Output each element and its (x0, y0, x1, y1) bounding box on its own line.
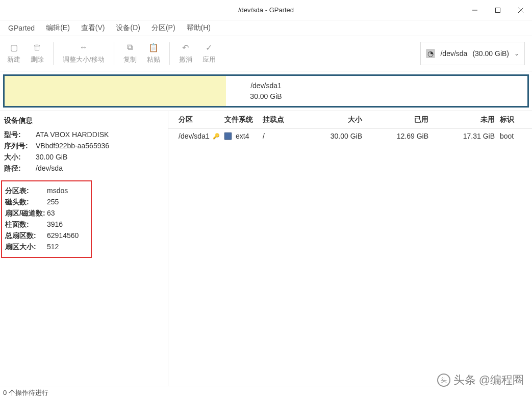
header-filesystem[interactable]: 文件系统 (224, 115, 263, 124)
menu-partition[interactable]: 分区(P) (146, 21, 181, 35)
path-value: /dev/sda (36, 164, 63, 173)
window-title: /dev/sda - GParted (238, 6, 294, 14)
partition-used-region (5, 76, 226, 106)
serial-value: VBbdf922bb-aa565936 (36, 142, 109, 151)
apply-icon: ✓ (206, 43, 212, 52)
toolbar-separator (53, 42, 54, 65)
partition-name: /dev/sda1 (179, 132, 210, 140)
new-button[interactable]: ▢ 新建 (2, 40, 26, 67)
pt-label: 分区表: (5, 187, 47, 196)
info-row-spt: 扇区/磁道数: 63 (2, 208, 89, 219)
main-area: 设备信息 型号: ATA VBOX HARDDISK 序列号: VBbdf922… (0, 111, 532, 386)
toolbar: ▢ 新建 🗑 删除 ↔ 调整大小/移动 ⧉ 复制 📋 粘贴 ↶ 撤消 ✓ (0, 36, 532, 71)
header-unused[interactable]: 未用 (439, 115, 500, 124)
new-label: 新建 (7, 55, 20, 64)
partition-viz-label: /dev/sda1 30.00 GiB (250, 81, 282, 102)
total-sectors-label: 总扇区数: (5, 231, 47, 241)
used-value: 12.69 GiB (372, 132, 439, 140)
total-sectors-value: 62914560 (47, 231, 79, 241)
partition-viz-name: /dev/sda1 (250, 81, 282, 91)
filesystem-value: ext4 (236, 132, 249, 140)
menu-help[interactable]: 帮助(H) (182, 21, 216, 35)
close-icon (518, 8, 523, 13)
sector-size-value: 512 (47, 243, 59, 252)
device-selector[interactable]: ◔ /dev/sda (30.00 GiB) ⌄ (420, 42, 525, 65)
heads-value: 255 (47, 198, 59, 207)
unused-value: 17.31 GiB (439, 132, 500, 140)
paste-label: 粘贴 (147, 55, 160, 64)
delete-icon: 🗑 (33, 43, 41, 52)
size-label: 大小: (4, 153, 36, 162)
menu-edit[interactable]: 编辑(E) (41, 21, 75, 35)
toolbar-separator (114, 42, 114, 65)
disk-icon: ◔ (426, 49, 435, 58)
titlebar: /dev/sda - GParted (0, 0, 532, 20)
delete-label: 删除 (31, 55, 44, 64)
info-row-pt: 分区表: msdos (2, 185, 89, 197)
mount-value: / (263, 132, 309, 140)
menu-device[interactable]: 设备(D) (111, 21, 145, 35)
svg-rect-1 (495, 8, 500, 13)
path-label: 路径: (4, 164, 36, 173)
chevron-down-icon: ⌄ (514, 50, 519, 57)
paste-button[interactable]: 📋 粘贴 (142, 40, 165, 67)
highlighted-disk-geometry: 分区表: msdos 磁头数: 255 扇区/磁道数: 63 柱面数: 3916… (1, 180, 92, 258)
info-row-size: 大小: 30.00 GiB (4, 152, 168, 163)
info-row-path: 路径: /dev/sda (4, 163, 168, 174)
spt-label: 扇区/磁道数: (5, 209, 47, 218)
maximize-icon (495, 8, 500, 13)
menu-view[interactable]: 查看(V) (76, 21, 110, 35)
resize-button[interactable]: ↔ 调整大小/移动 (58, 40, 110, 67)
size-value: 30.00 GiB (36, 153, 67, 162)
info-row-cyl: 柱面数: 3916 (2, 219, 89, 230)
partition-row[interactable]: /dev/sda1 🔑 ext4 / 30.00 GiB 12.69 GiB 1… (168, 129, 532, 143)
header-partition[interactable]: 分区 (168, 115, 224, 124)
size-value: 30.00 GiB (309, 132, 372, 140)
window-controls (463, 0, 532, 20)
header-used[interactable]: 已用 (372, 115, 439, 124)
info-row-total-sectors: 总扇区数: 62914560 (2, 230, 89, 242)
cyl-label: 柱面数: (5, 220, 47, 229)
apply-label: 应用 (202, 55, 216, 64)
maximize-button[interactable] (486, 0, 509, 20)
minimize-button[interactable] (463, 0, 486, 20)
copy-icon: ⧉ (127, 43, 133, 52)
model-value: ATA VBOX HARDDISK (36, 130, 109, 140)
menubar: GParted 编辑(E) 查看(V) 设备(D) 分区(P) 帮助(H) (0, 20, 532, 36)
partition-viz-size: 30.00 GiB (250, 91, 282, 102)
header-flags[interactable]: 标识 (500, 115, 530, 124)
device-info-title: 设备信息 (4, 116, 168, 125)
cyl-value: 3916 (47, 220, 63, 229)
lock-icon: 🔑 (213, 133, 220, 140)
watermark-logo-icon: 头 (437, 374, 450, 387)
menu-gparted[interactable]: GParted (3, 22, 40, 34)
info-row-heads: 磁头数: 255 (2, 197, 89, 208)
apply-button[interactable]: ✓ 应用 (197, 40, 221, 67)
status-text: 0 个操作待进行 (3, 388, 48, 397)
toolbar-separator (169, 42, 170, 65)
flags-value: boot (500, 132, 530, 140)
heads-label: 磁头数: (5, 198, 47, 207)
device-name: /dev/sda (440, 49, 467, 58)
header-mount[interactable]: 挂载点 (263, 115, 309, 124)
undo-button[interactable]: ↶ 撤消 (174, 40, 197, 67)
device-info-panel: 设备信息 型号: ATA VBOX HARDDISK 序列号: VBbdf922… (0, 111, 168, 386)
close-button[interactable] (509, 0, 532, 20)
resize-icon: ↔ (80, 43, 88, 52)
watermark: 头 头条 @编程圈 (437, 373, 524, 388)
partition-list-header: 分区 文件系统 挂载点 大小 已用 未用 标识 (168, 111, 532, 129)
filesystem-color-swatch (224, 132, 232, 140)
partition-list: 分区 文件系统 挂载点 大小 已用 未用 标识 /dev/sda1 🔑 ext4… (168, 111, 532, 386)
sector-size-label: 扇区大小: (5, 243, 47, 252)
info-row-serial: 序列号: VBbdf922bb-aa565936 (4, 141, 168, 152)
new-icon: ▢ (10, 43, 18, 52)
header-size[interactable]: 大小 (309, 115, 372, 124)
spt-value: 63 (47, 209, 55, 218)
resize-label: 调整大小/移动 (63, 55, 105, 64)
undo-icon: ↶ (182, 43, 189, 52)
copy-button[interactable]: ⧉ 复制 (118, 40, 142, 67)
info-row-sector-size: 扇区大小: 512 (2, 242, 89, 253)
watermark-text: 头条 @编程圈 (453, 373, 524, 388)
partition-visualization[interactable]: /dev/sda1 30.00 GiB (3, 74, 529, 108)
delete-button[interactable]: 🗑 删除 (26, 40, 49, 67)
